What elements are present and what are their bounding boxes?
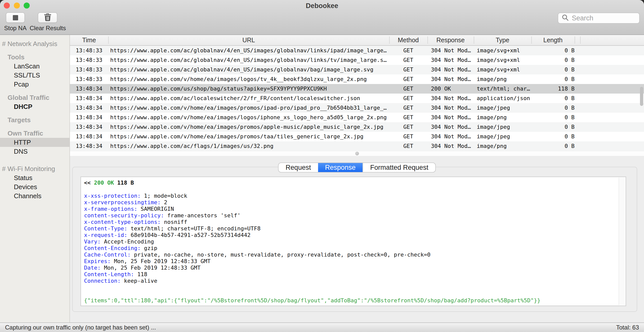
response-text: <<200 OK118 Bx-xss-protection:1; mode=bl… [84, 180, 618, 304]
cell-length: 118 B [531, 84, 575, 94]
table-row[interactable]: 13:48:34https://www.apple.com/v/home/ea/… [70, 103, 644, 113]
header-key: x-content-type-options: [84, 219, 161, 225]
cell-length: 0 B [531, 141, 575, 151]
column-header-method[interactable]: Method [389, 35, 427, 45]
cell-length: 0 B [531, 55, 575, 65]
table-row[interactable]: 13:48:34https://www.apple.com/v/home/ea/… [70, 122, 644, 132]
stop-na-button[interactable] [6, 12, 25, 23]
response-header-line: Cache-Control:private, no-cache, no-stor… [84, 252, 618, 258]
cell-type: application/json [477, 94, 531, 103]
detail-tab-bar: RequestResponseFormatted Request [278, 162, 436, 173]
cell-method: GET [389, 74, 427, 84]
title-toolbar: Debookee Stop NA Clear Results [0, 0, 644, 35]
cell-type: image/svg+xml [477, 55, 531, 65]
cell-response: 200 OK [431, 84, 472, 94]
table-scrollbar-thumb[interactable] [640, 87, 643, 106]
table-row[interactable]: 13:48:34https://www.apple.com/v/home/ea/… [70, 113, 644, 122]
table-row[interactable]: 13:48:33https://www.apple.com/ac/globaln… [70, 46, 644, 55]
response-header-line: Content-Encoding:gzip [84, 245, 618, 252]
blank-line [84, 186, 618, 193]
header-key: x-xss-protection: [84, 193, 141, 199]
header-value: keep-alive [121, 278, 157, 284]
header-key: Expires: [84, 258, 111, 264]
table-header: TimeURLMethodResponseTypeLength [70, 35, 644, 46]
column-header-type[interactable]: Type [474, 35, 531, 45]
response-status-line: <<200 OK118 B [84, 180, 618, 186]
cell-response: 304 Not Mod… [431, 113, 472, 122]
cell-length: 0 B [531, 103, 575, 113]
sidebar-group-label: Global Traffic [0, 89, 69, 102]
sidebar-item-status[interactable]: Status [0, 173, 69, 182]
table-row[interactable]: 13:48:34https://www.apple.com/ac/flags/1… [70, 141, 644, 151]
clear-results-label: Clear Results [28, 25, 67, 32]
header-value: gzip [141, 245, 157, 251]
column-separator [580, 36, 581, 44]
header-value: Mon, 25 Feb 2019 12:48:33 GMT [111, 258, 211, 264]
cell-url: https://www.apple.com/us/shop/bag/status… [110, 84, 388, 94]
cell-method: GET [389, 94, 427, 103]
cell-time: 13:48:34 [70, 84, 108, 94]
total-count: Total: 63 [616, 324, 639, 331]
column-header-time[interactable]: Time [70, 35, 108, 45]
column-header-url[interactable]: URL [108, 35, 389, 45]
cell-method: GET [389, 84, 427, 94]
table-row[interactable]: 13:48:34https://www.apple.com/us/shop/ba… [70, 84, 644, 94]
sidebar-section-header: # Wi-Fi Monitoring [0, 162, 69, 173]
table-row[interactable]: 13:48:33https://www.apple.com/v/home/ea/… [70, 74, 644, 84]
tab-request[interactable]: Request [278, 163, 318, 172]
header-key: Vary: [84, 238, 101, 245]
header-key: Cache-Control: [84, 252, 131, 258]
search-field[interactable] [558, 13, 640, 24]
header-value: 118 [134, 271, 147, 277]
search-input[interactable] [571, 14, 635, 22]
response-header-line: content-security-policy:frame-ancestors … [84, 212, 618, 219]
cell-length: 0 B [531, 65, 575, 74]
response-scrollbar-track[interactable] [619, 178, 625, 305]
cell-time: 13:48:33 [70, 65, 108, 74]
cell-response: 304 Not Mod… [431, 141, 472, 151]
cell-method: GET [389, 141, 427, 151]
sidebar-item-http[interactable]: HTTP [0, 138, 69, 147]
column-header-length[interactable]: Length [531, 35, 575, 45]
splitter-handle[interactable] [70, 151, 644, 156]
sidebar-item-channels[interactable]: Channels [0, 191, 69, 200]
column-separator [531, 36, 532, 44]
table-row[interactable]: 13:48:33https://www.apple.com/ac/globaln… [70, 55, 644, 65]
cell-response: 304 Not Mod… [431, 94, 472, 103]
tab-formatted-request[interactable]: Formatted Request [363, 163, 435, 172]
header-key: Content-Encoding: [84, 245, 141, 251]
cell-response: 304 Not Mod… [431, 46, 472, 55]
sidebar-item-dhcp[interactable]: DHCP [0, 102, 69, 111]
sidebar-item-pcap[interactable]: Pcap [0, 80, 69, 89]
cell-time: 13:48:33 [70, 74, 108, 84]
cell-url: https://www.apple.com/v/home/ea/images/p… [110, 122, 388, 132]
response-status-code: 200 OK [91, 180, 114, 186]
cell-method: GET [389, 132, 427, 141]
cell-url: https://www.apple.com/v/home/ea/images/l… [110, 74, 388, 84]
response-pane: <<200 OK118 Bx-xss-protection:1; mode=bl… [80, 177, 626, 306]
column-separator [427, 36, 428, 44]
cell-method: GET [389, 113, 427, 122]
cell-time: 13:48:34 [70, 122, 108, 132]
cell-method: GET [389, 103, 427, 113]
table-row[interactable]: 13:48:34https://www.apple.com/ac/locales… [70, 94, 644, 103]
trash-icon [44, 13, 51, 22]
tab-response[interactable]: Response [318, 163, 363, 172]
response-body-json: {"items":0,"ttl":180,"api":{"flyout":"/%… [84, 297, 618, 304]
request-table: 13:48:33https://www.apple.com/ac/globaln… [70, 46, 644, 151]
sidebar-item-dns[interactable]: DNS [0, 147, 69, 156]
status-message: Capturing our own traffic only (no targe… [5, 324, 156, 331]
response-header-line: Vary:Accept-Encoding [84, 238, 618, 245]
sidebar-item-lanscan[interactable]: LanScan [0, 62, 69, 71]
sidebar-section: # Wi-Fi MonitoringStatusDevicesChannels [0, 162, 69, 200]
table-row[interactable]: 13:48:34https://www.apple.com/v/home/ea/… [70, 132, 644, 141]
clear-results-button[interactable] [38, 12, 57, 23]
header-key: content-security-policy: [84, 212, 164, 219]
sidebar-item-devices[interactable]: Devices [0, 182, 69, 191]
cell-time: 13:48:33 [70, 46, 108, 55]
sidebar-item-ssl-tls[interactable]: SSL/TLS [0, 71, 69, 80]
cell-url: https://www.apple.com/v/home/ea/images/p… [110, 132, 388, 141]
table-row[interactable]: 13:48:33https://www.apple.com/ac/globaln… [70, 65, 644, 74]
response-header-line: x-frame-options:SAMEORIGIN [84, 206, 618, 212]
column-header-response[interactable]: Response [427, 35, 474, 45]
